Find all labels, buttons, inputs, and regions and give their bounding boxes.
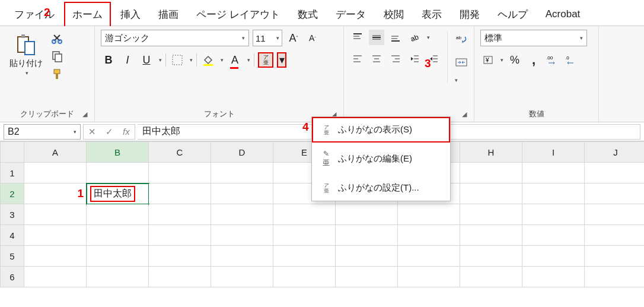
- cell-d2[interactable]: [211, 183, 273, 204]
- wrap-text-icon[interactable]: ab: [454, 32, 469, 48]
- fontcolor-dropdown-icon[interactable]: ▾: [247, 57, 250, 63]
- font-size-select[interactable]: 11▾: [253, 30, 282, 46]
- cell-g4[interactable]: [398, 225, 460, 246]
- cell-e4[interactable]: [273, 225, 336, 246]
- tab-help[interactable]: ヘルプ: [489, 2, 536, 27]
- tab-developer[interactable]: 開発: [451, 2, 488, 27]
- merge-dropdown-icon[interactable]: ▾: [455, 77, 469, 83]
- cell-h6[interactable]: [460, 267, 522, 287]
- col-header-j[interactable]: J: [585, 142, 645, 163]
- cut-icon[interactable]: [51, 32, 64, 45]
- row-header-4[interactable]: 4: [1, 225, 24, 246]
- cell-b5[interactable]: [87, 246, 149, 267]
- font-color-icon[interactable]: A: [227, 52, 243, 68]
- tab-draw[interactable]: 描画: [150, 2, 187, 27]
- align-left-icon[interactable]: [350, 51, 365, 67]
- cell-d6[interactable]: [211, 267, 273, 287]
- paste-button[interactable]: 貼り付け ▾: [6, 30, 46, 78]
- cell-f5[interactable]: [336, 246, 398, 267]
- cell-i1[interactable]: [522, 163, 585, 183]
- cell-a6[interactable]: [24, 267, 87, 287]
- cell-i5[interactable]: [522, 246, 585, 267]
- cell-d3[interactable]: [211, 204, 273, 225]
- alignment-launcher-icon[interactable]: ◢: [462, 110, 467, 118]
- furigana-button[interactable]: ア 亜: [258, 52, 273, 68]
- comma-icon[interactable]: ,: [526, 52, 541, 68]
- orientation-dropdown-icon[interactable]: ▾: [427, 34, 430, 40]
- accounting-dropdown-icon[interactable]: ▾: [500, 57, 503, 63]
- increase-indent-icon[interactable]: [426, 51, 441, 67]
- increase-font-icon[interactable]: Aˆ: [286, 30, 301, 46]
- accept-formula-icon[interactable]: ✓: [101, 126, 118, 137]
- col-header-i[interactable]: I: [522, 142, 585, 163]
- name-box[interactable]: B2▾: [4, 124, 81, 140]
- format-painter-icon[interactable]: [51, 68, 64, 81]
- cell-d5[interactable]: [211, 246, 273, 267]
- bold-button[interactable]: B: [101, 52, 116, 68]
- decrease-indent-icon[interactable]: [407, 51, 422, 67]
- furigana-settings-item[interactable]: ア 亜 ふりがなの設定(T)...: [312, 175, 450, 201]
- paste-dropdown-icon[interactable]: ▾: [25, 70, 28, 76]
- col-header-a[interactable]: A: [24, 142, 87, 163]
- fill-color-icon[interactable]: [200, 52, 216, 68]
- align-bottom-icon[interactable]: [388, 30, 403, 45]
- tab-home[interactable]: ホーム: [64, 2, 111, 27]
- align-top-icon[interactable]: [350, 30, 365, 45]
- cell-b2[interactable]: 田中太郎: [87, 183, 149, 204]
- row-header-2[interactable]: 2: [1, 183, 24, 204]
- col-header-h[interactable]: H: [460, 142, 522, 163]
- cell-h3[interactable]: [460, 204, 522, 225]
- fx-icon[interactable]: fx: [118, 126, 135, 137]
- align-center-icon[interactable]: [369, 51, 384, 67]
- cell-i6[interactable]: [522, 267, 585, 287]
- row-header-6[interactable]: 6: [1, 267, 24, 287]
- orientation-icon[interactable]: ab: [407, 30, 422, 45]
- cell-i2[interactable]: [522, 183, 585, 204]
- cell-i3[interactable]: [522, 204, 585, 225]
- tab-pagelayout[interactable]: ページ レイアウト: [188, 2, 288, 27]
- cell-a5[interactable]: [24, 246, 87, 267]
- tab-insert[interactable]: 挿入: [112, 2, 149, 27]
- cell-b1[interactable]: [87, 163, 149, 183]
- cell-a1[interactable]: [24, 163, 87, 183]
- tab-review[interactable]: 校閲: [375, 2, 412, 27]
- cell-h2[interactable]: [460, 183, 522, 204]
- cell-j1[interactable]: [585, 163, 645, 183]
- row-header-5[interactable]: 5: [1, 246, 24, 267]
- cell-g3[interactable]: [398, 204, 460, 225]
- decrease-font-icon[interactable]: Aˇ: [305, 30, 320, 46]
- cell-g6[interactable]: [398, 267, 460, 287]
- cancel-formula-icon[interactable]: ✕: [84, 126, 101, 137]
- cell-b6[interactable]: [87, 267, 149, 287]
- row-header-1[interactable]: 1: [1, 163, 24, 183]
- borders-icon[interactable]: [170, 52, 185, 68]
- cell-e3[interactable]: [273, 204, 336, 225]
- cell-h1[interactable]: [460, 163, 522, 183]
- cell-g5[interactable]: [398, 246, 460, 267]
- col-header-b[interactable]: B: [87, 142, 149, 163]
- cell-c1[interactable]: [149, 163, 211, 183]
- furigana-edit-item[interactable]: ✎亜 ふりがなの編集(E): [312, 143, 450, 175]
- cell-j2[interactable]: [585, 183, 645, 204]
- cell-f6[interactable]: [336, 267, 398, 287]
- cell-h5[interactable]: [460, 246, 522, 267]
- italic-button[interactable]: I: [120, 52, 135, 68]
- number-format-select[interactable]: 標準▾: [480, 30, 587, 46]
- tab-formulas[interactable]: 数式: [289, 2, 326, 27]
- furigana-dropdown-button[interactable]: ▾: [277, 52, 286, 68]
- cell-d1[interactable]: [211, 163, 273, 183]
- tab-view[interactable]: 表示: [413, 2, 450, 27]
- underline-dropdown-icon[interactable]: ▾: [159, 57, 162, 63]
- clipboard-launcher-icon[interactable]: ◢: [82, 110, 87, 118]
- cell-b3[interactable]: [87, 204, 149, 225]
- accounting-format-icon[interactable]: ¥: [480, 52, 496, 68]
- align-right-icon[interactable]: [388, 51, 403, 67]
- cell-f3[interactable]: [336, 204, 398, 225]
- row-header-3[interactable]: 3: [1, 204, 24, 225]
- cell-c5[interactable]: [149, 246, 211, 267]
- cell-a3[interactable]: [24, 204, 87, 225]
- col-header-d[interactable]: D: [211, 142, 273, 163]
- tab-file[interactable]: ファイル: [6, 2, 63, 27]
- tab-acrobat[interactable]: Acrobat: [537, 2, 589, 26]
- tab-data[interactable]: データ: [327, 2, 374, 27]
